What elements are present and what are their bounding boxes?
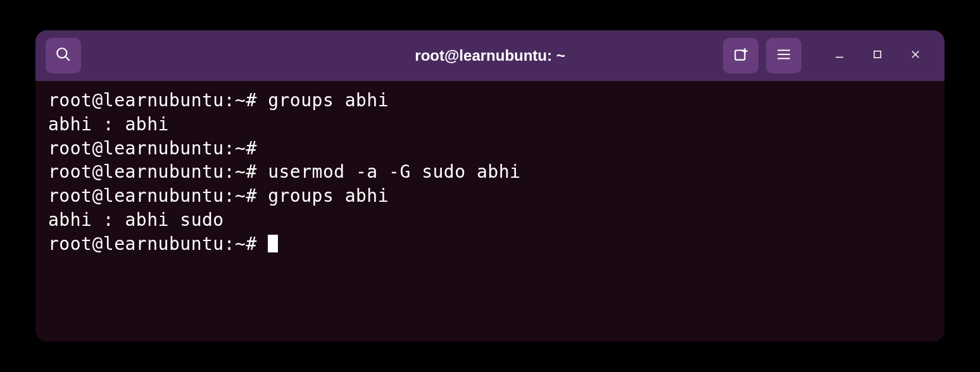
window-title: root@learnubuntu: ~: [415, 47, 565, 65]
terminal-line: root@learnubuntu:~#: [48, 137, 932, 161]
svg-line-1: [65, 56, 70, 61]
titlebar-right: [723, 37, 934, 75]
hamburger-icon: [776, 46, 792, 65]
hamburger-menu-button[interactable]: [766, 38, 801, 73]
terminal-line: abhi : abhi: [48, 113, 932, 137]
terminal-prompt-line: root@learnubuntu:~#: [48, 232, 932, 256]
minimize-icon: [834, 49, 845, 63]
cursor: [268, 235, 278, 252]
svg-point-0: [57, 48, 66, 58]
terminal-line: root@learnubuntu:~# groups abhi: [48, 184, 932, 208]
svg-rect-2: [735, 51, 744, 60]
close-icon: [910, 49, 921, 63]
prompt-text: root@learnubuntu:~#: [48, 233, 268, 254]
window-controls: [820, 37, 934, 75]
new-tab-button[interactable]: [723, 38, 758, 73]
search-button[interactable]: [46, 38, 81, 73]
terminal-line: root@learnubuntu:~# usermod -a -G sudo a…: [48, 160, 932, 184]
terminal-line: abhi : abhi sudo: [48, 208, 932, 232]
maximize-icon: [872, 49, 883, 63]
terminal-body[interactable]: root@learnubuntu:~# groups abhi abhi : a…: [35, 81, 945, 264]
maximize-button[interactable]: [858, 37, 896, 75]
terminal-window: root@learnubuntu: ~: [35, 30, 945, 342]
svg-rect-9: [874, 51, 881, 58]
terminal-line: root@learnubuntu:~# groups abhi: [48, 89, 932, 113]
titlebar: root@learnubuntu: ~: [35, 30, 945, 81]
minimize-button[interactable]: [820, 37, 858, 75]
new-tab-icon: [732, 46, 749, 65]
search-icon: [55, 46, 72, 65]
close-button[interactable]: [896, 37, 934, 75]
